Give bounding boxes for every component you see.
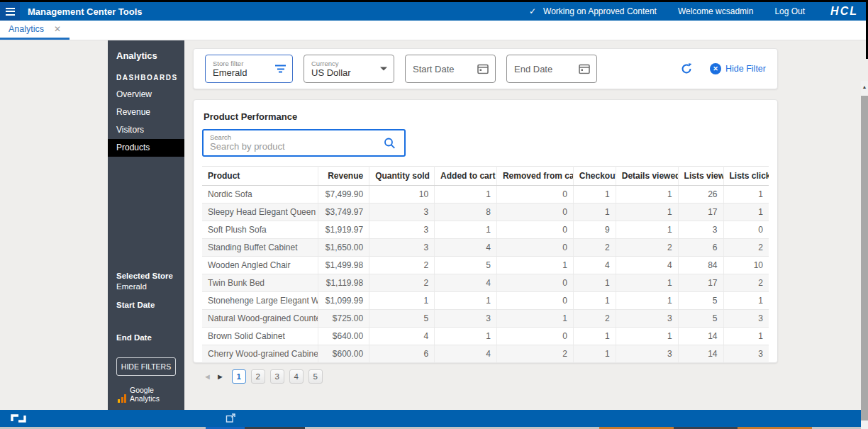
metric-cell: 1 <box>435 186 497 204</box>
table-row[interactable]: Twin Bunk Bed$1,119.9824011172 <box>202 274 769 292</box>
start-date-field[interactable]: Start Date <box>405 55 496 83</box>
calendar-icon[interactable] <box>477 64 489 74</box>
metric-cell: 4 <box>369 328 435 345</box>
store-filter-field[interactable]: Store filter Emerald <box>205 55 293 83</box>
page-button-2[interactable]: 2 <box>251 369 265 384</box>
metric-cell: 4 <box>435 274 497 292</box>
table-row[interactable]: Stonehenge Large Elegant Wardrobe$1,099.… <box>202 292 769 310</box>
column-header[interactable]: Quantity sold <box>369 167 435 186</box>
table-row[interactable]: Natural Wood-grained Countertop$725.0053… <box>202 310 769 328</box>
metric-cell: 14 <box>678 345 723 363</box>
page-button-3[interactable]: 3 <box>270 369 284 384</box>
metric-cell: 1 <box>723 204 769 221</box>
table-row[interactable]: Soft Plush Sofa$1,919.973109130 <box>202 221 769 239</box>
product-search-box[interactable]: Search <box>202 129 406 157</box>
page-button-4[interactable]: 4 <box>289 369 304 384</box>
start-date-placeholder: Start Date <box>413 64 474 74</box>
metric-cell: 3 <box>616 310 678 328</box>
metric-cell: 4 <box>435 345 497 363</box>
metric-cell: 0 <box>496 221 573 239</box>
tab-analytics[interactable]: Analytics ✕ <box>0 20 69 40</box>
metric-cell: 1 <box>723 292 769 310</box>
page-button-1[interactable]: 1 <box>232 369 246 384</box>
column-header[interactable]: Lists clicks <box>723 167 769 186</box>
next-page-icon[interactable]: ► <box>216 369 224 384</box>
previous-page-icon[interactable]: ◄ <box>204 369 211 384</box>
table-row[interactable]: Wooden Angled Chair$1,499.98251448410 <box>202 257 769 274</box>
column-header[interactable]: Lists viewed <box>678 167 723 186</box>
table-row[interactable]: Standing Buffet Cabinet$1,650.003402262 <box>202 239 769 257</box>
calendar-icon[interactable] <box>579 64 590 74</box>
column-header[interactable]: Removed from cart <box>496 167 573 186</box>
metric-cell: 4 <box>573 257 616 274</box>
store-filter-label: Store filter <box>213 60 271 67</box>
metric-cell: 5 <box>369 310 435 328</box>
product-name-cell: Cherry Wood-grained Cabinet <box>202 345 318 363</box>
metric-cell: 6 <box>678 239 723 257</box>
page-button-5[interactable]: 5 <box>308 369 323 384</box>
scrollbar-thumb[interactable] <box>861 96 868 420</box>
table-row[interactable]: Brown Solid Cabinet$640.0041011141 <box>202 328 769 345</box>
vertical-scrollbar[interactable]: ▲ ▼ <box>861 81 868 429</box>
metric-cell: 4 <box>616 257 678 274</box>
selected-store-value: Emerald <box>116 282 176 291</box>
column-header[interactable]: Added to cart <box>435 167 497 186</box>
currency-select[interactable]: Currency US Dollar <box>304 55 394 83</box>
metric-cell: 1 <box>496 310 573 328</box>
metric-cell: 17 <box>678 274 723 292</box>
column-header[interactable]: Checkout <box>573 167 616 186</box>
table-row[interactable]: Nordic Sofa$7,499.90101011261 <box>202 186 769 204</box>
column-header[interactable]: Details viewed <box>616 167 678 186</box>
metric-cell: 5 <box>678 310 723 328</box>
table-row[interactable]: Cherry Wood-grained Cabinet$600.00642131… <box>202 345 769 363</box>
currency-value: US Dollar <box>311 67 372 79</box>
page-buttons: 12345 <box>232 369 323 384</box>
metric-cell: 1 <box>573 328 616 345</box>
search-icon[interactable] <box>384 137 396 149</box>
metric-cell: 3 <box>435 310 497 328</box>
refresh-icon[interactable] <box>680 62 693 75</box>
approval-status[interactable]: Working on Approved Content <box>543 6 657 16</box>
table-row[interactable]: Sleepy Head Elegant Queen Bed$3,749.9738… <box>202 204 769 221</box>
metric-cell: 2 <box>616 239 678 257</box>
sidebar-section-dashboards: DASHBOARDS <box>108 61 184 86</box>
hcl-logo: HCL <box>830 5 858 18</box>
commerce-logo-icon[interactable] <box>9 413 28 424</box>
product-name-cell: Brown Solid Cabinet <box>202 328 318 345</box>
hide-filter-label: Hide Filter <box>725 64 766 74</box>
scroll-up-icon[interactable]: ▲ <box>861 82 868 92</box>
hide-filter-toggle[interactable]: ✕ Hide Filter <box>710 63 766 74</box>
metric-cell: 0 <box>496 292 573 310</box>
hide-filters-button[interactable]: HIDE FILTERS <box>116 357 176 376</box>
sidebar-item-overview[interactable]: Overview <box>108 86 184 104</box>
product-name-cell: Sleepy Head Elegant Queen Bed <box>202 204 318 221</box>
metric-cell: 17 <box>678 204 723 221</box>
welcome-user[interactable]: Welcome wcsadmin <box>678 6 753 16</box>
open-window-icon[interactable] <box>226 413 236 423</box>
metric-cell: 1 <box>616 186 678 204</box>
metric-cell: 5 <box>435 257 497 274</box>
metric-cell: 9 <box>573 221 616 239</box>
metric-cell: $640.00 <box>318 328 369 345</box>
metric-cell: 1 <box>616 221 678 239</box>
sidebar-item-products[interactable]: Products <box>108 139 184 157</box>
metric-cell: $1,499.98 <box>318 257 369 274</box>
filter-icon[interactable] <box>275 65 286 73</box>
metric-cell: 0 <box>496 186 573 204</box>
sidebar-item-visitors[interactable]: Visitors <box>108 121 184 139</box>
sidebar-end-date-label: End Date <box>116 333 176 342</box>
metric-cell: 0 <box>496 239 573 257</box>
metric-cell: 10 <box>369 186 435 204</box>
column-header[interactable]: Revenue <box>318 167 369 186</box>
window-top-edge <box>0 0 868 2</box>
selected-store-label: Selected Store <box>116 272 176 280</box>
end-date-field[interactable]: End Date <box>506 55 597 83</box>
metric-cell: 2 <box>723 274 769 292</box>
column-header[interactable]: Product <box>202 167 318 186</box>
tab-close-icon[interactable]: ✕ <box>54 24 61 34</box>
sidebar-item-revenue[interactable]: Revenue <box>108 104 184 121</box>
hamburger-menu-icon[interactable] <box>0 2 20 21</box>
product-search-input[interactable] <box>210 141 376 152</box>
metric-cell: 1 <box>435 328 497 345</box>
logout-link[interactable]: Log Out <box>774 6 805 16</box>
